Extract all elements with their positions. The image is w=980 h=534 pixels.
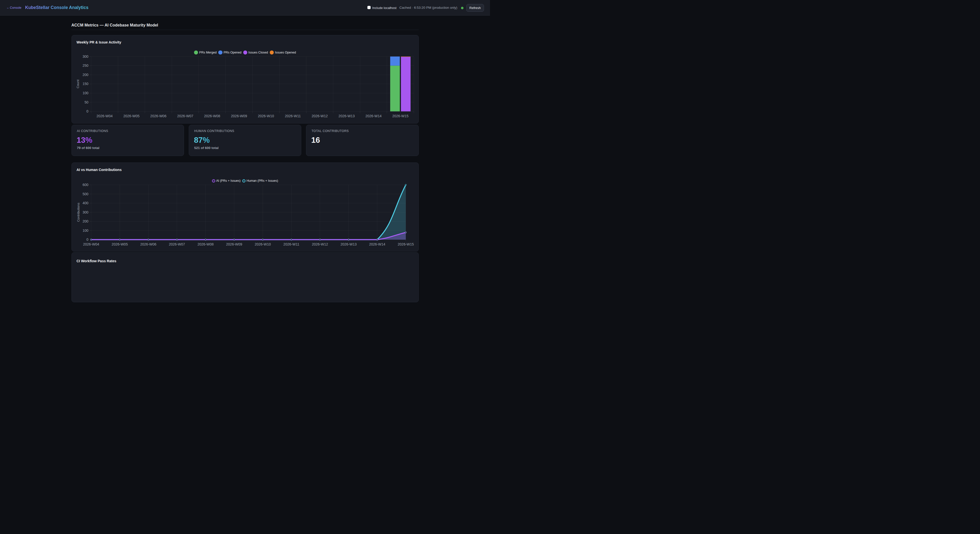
svg-text:2026-W10: 2026-W10 xyxy=(258,114,274,118)
svg-text:2026-W04: 2026-W04 xyxy=(97,114,113,118)
svg-text:2026-W14: 2026-W14 xyxy=(369,242,385,246)
svg-text:2026-W08: 2026-W08 xyxy=(204,114,220,118)
svg-text:2026-W12: 2026-W12 xyxy=(312,242,328,246)
svg-text:2026-W08: 2026-W08 xyxy=(197,242,213,246)
svg-text:0: 0 xyxy=(86,237,88,242)
svg-text:2026-W07: 2026-W07 xyxy=(177,114,193,118)
svg-text:300: 300 xyxy=(83,54,89,59)
svg-text:2026-W07: 2026-W07 xyxy=(169,242,185,246)
svg-text:2026-W06: 2026-W06 xyxy=(150,114,167,118)
svg-text:2026-W15: 2026-W15 xyxy=(398,242,414,246)
svg-text:200: 200 xyxy=(83,219,89,223)
svg-text:2026-W11: 2026-W11 xyxy=(285,114,301,118)
svg-text:2026-W04: 2026-W04 xyxy=(83,242,99,246)
svg-text:2026-W05: 2026-W05 xyxy=(123,114,140,118)
svg-text:50: 50 xyxy=(84,100,88,104)
svg-text:2026-W13: 2026-W13 xyxy=(340,242,357,246)
svg-text:Contributions: Contributions xyxy=(76,202,80,222)
svg-text:2026-W09: 2026-W09 xyxy=(226,242,242,246)
svg-text:300: 300 xyxy=(83,210,89,214)
svg-text:2026-W14: 2026-W14 xyxy=(365,114,382,118)
svg-text:Count: Count xyxy=(76,79,80,88)
svg-text:250: 250 xyxy=(83,64,89,67)
svg-text:500: 500 xyxy=(83,192,89,196)
svg-text:0: 0 xyxy=(86,109,88,113)
svg-text:2026-W12: 2026-W12 xyxy=(312,114,328,118)
svg-text:150: 150 xyxy=(83,82,89,86)
svg-text:600: 600 xyxy=(83,183,89,187)
svg-text:400: 400 xyxy=(83,201,89,205)
svg-text:2026-W05: 2026-W05 xyxy=(111,242,128,246)
svg-text:100: 100 xyxy=(83,91,89,95)
svg-text:100: 100 xyxy=(83,228,89,232)
svg-text:2026-W15: 2026-W15 xyxy=(392,114,409,118)
svg-text:2026-W10: 2026-W10 xyxy=(255,242,271,246)
svg-text:2026-W11: 2026-W11 xyxy=(283,242,299,246)
svg-text:200: 200 xyxy=(83,73,89,77)
svg-text:2026-W09: 2026-W09 xyxy=(231,114,247,118)
svg-text:2026-W13: 2026-W13 xyxy=(339,114,355,118)
svg-text:2026-W06: 2026-W06 xyxy=(140,242,156,246)
